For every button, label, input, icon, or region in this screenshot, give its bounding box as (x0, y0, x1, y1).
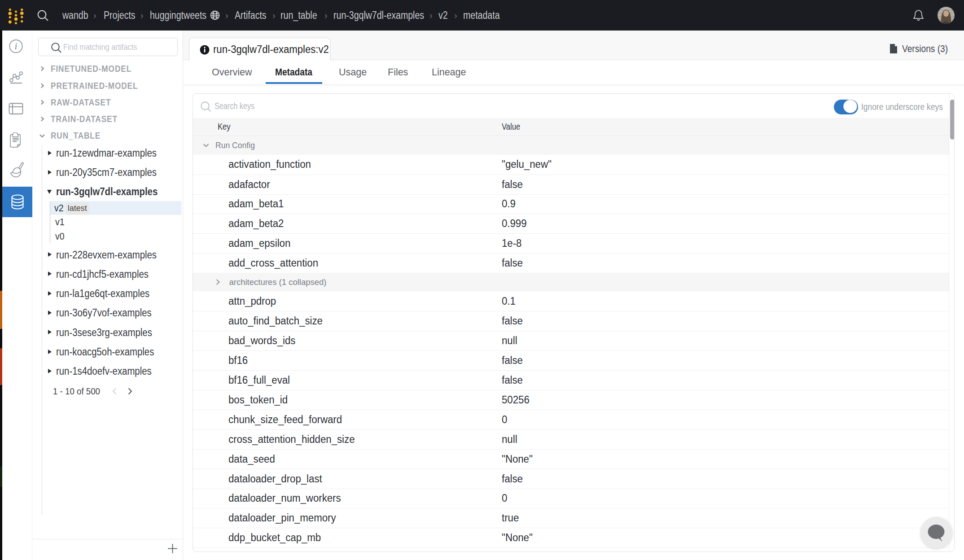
svg-text:i: i (15, 41, 18, 52)
